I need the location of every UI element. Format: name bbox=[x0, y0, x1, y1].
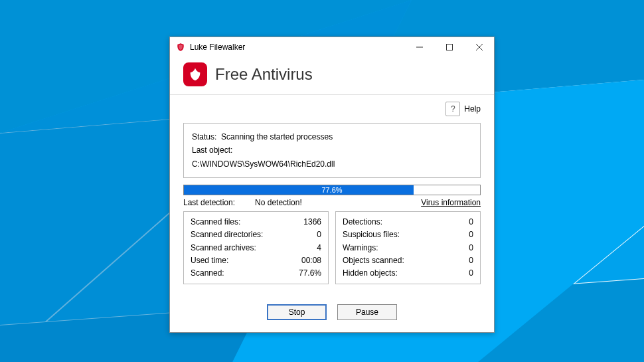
svg-rect-11 bbox=[446, 45, 452, 50]
app-header: Free Antivirus bbox=[170, 57, 494, 95]
progress-bar: 77.6% bbox=[183, 185, 481, 195]
stats-left: Scanned files:1366Scanned directories:0S… bbox=[183, 211, 329, 284]
status-label: Status: bbox=[192, 132, 216, 141]
last-detection-label: Last detection: bbox=[183, 198, 235, 207]
stat-row: Hidden objects:0 bbox=[343, 267, 473, 280]
stat-row: Suspicious files:0 bbox=[343, 228, 473, 241]
stat-label: Hidden objects: bbox=[343, 267, 398, 280]
stat-value: 77.6% bbox=[299, 267, 321, 280]
stat-row: Detections:0 bbox=[343, 216, 473, 228]
content-area: ? Help Status: Scanning the started proc… bbox=[170, 95, 494, 295]
button-row: Stop Pause bbox=[170, 295, 494, 332]
stat-value: 00:08 bbox=[301, 254, 321, 267]
stat-row: Objects scanned:0 bbox=[343, 254, 473, 267]
stat-label: Scanned archives: bbox=[191, 242, 256, 254]
stat-row: Scanned directories:0 bbox=[191, 228, 321, 241]
titlebar[interactable]: Luke Filewalker bbox=[170, 37, 494, 57]
stat-label: Scanned files: bbox=[191, 216, 240, 228]
status-line: Status: Scanning the started processes bbox=[192, 130, 472, 143]
last-object-value: C:\WINDOWS\SysWOW64\RichEd20.dll bbox=[192, 157, 472, 171]
help-row: ? Help bbox=[183, 102, 481, 116]
stat-value: 4 bbox=[317, 242, 321, 254]
stat-value: 0 bbox=[469, 242, 473, 254]
stat-row: Used time:00:08 bbox=[191, 254, 321, 267]
stat-row: Scanned files:1366 bbox=[191, 216, 321, 228]
stat-label: Warnings: bbox=[343, 242, 378, 254]
app-icon bbox=[175, 42, 186, 52]
last-object-label: Last object: bbox=[192, 143, 472, 157]
stat-value: 1366 bbox=[303, 216, 321, 228]
stat-value: 0 bbox=[469, 228, 473, 241]
stat-row: Scanned archives:4 bbox=[191, 242, 321, 254]
stat-label: Suspicious files: bbox=[343, 228, 400, 241]
stat-value: 0 bbox=[469, 216, 473, 228]
stats-right: Detections:0Suspicious files:0Warnings:0… bbox=[335, 211, 481, 284]
progress-label: 77.6% bbox=[184, 185, 480, 195]
detection-row: Last detection: No detection! Virus info… bbox=[183, 198, 481, 207]
help-button[interactable]: ? bbox=[445, 102, 460, 116]
stat-value: 0 bbox=[317, 228, 321, 241]
last-detection-value: No detection! bbox=[255, 198, 302, 207]
stats-panels: Scanned files:1366Scanned directories:0S… bbox=[183, 211, 481, 284]
maximize-button[interactable] bbox=[434, 37, 464, 57]
close-button[interactable] bbox=[464, 37, 494, 57]
status-value: Scanning the started processes bbox=[221, 132, 333, 141]
stat-row: Warnings:0 bbox=[343, 242, 473, 254]
help-label: Help bbox=[464, 104, 481, 114]
status-box: Status: Scanning the started processes L… bbox=[183, 123, 481, 178]
brand-icon bbox=[183, 62, 207, 86]
window-controls bbox=[404, 37, 494, 57]
stat-label: Scanned: bbox=[191, 267, 224, 280]
stat-label: Detections: bbox=[343, 216, 382, 228]
window-title: Luke Filewalker bbox=[190, 43, 245, 52]
stop-button[interactable]: Stop bbox=[267, 304, 327, 320]
stat-value: 0 bbox=[469, 267, 473, 280]
stat-label: Scanned directories: bbox=[191, 228, 263, 241]
pause-button[interactable]: Pause bbox=[337, 304, 397, 320]
stat-row: Scanned:77.6% bbox=[191, 267, 321, 280]
stat-label: Objects scanned: bbox=[343, 254, 404, 267]
stat-label: Used time: bbox=[191, 254, 228, 267]
brand-name: Free Antivirus bbox=[215, 65, 313, 84]
virus-information-link[interactable]: Virus information bbox=[421, 198, 481, 207]
scan-window: Luke Filewalker Free Antivirus ? Help St… bbox=[169, 37, 495, 333]
stat-value: 0 bbox=[469, 254, 473, 267]
minimize-button[interactable] bbox=[404, 37, 434, 57]
